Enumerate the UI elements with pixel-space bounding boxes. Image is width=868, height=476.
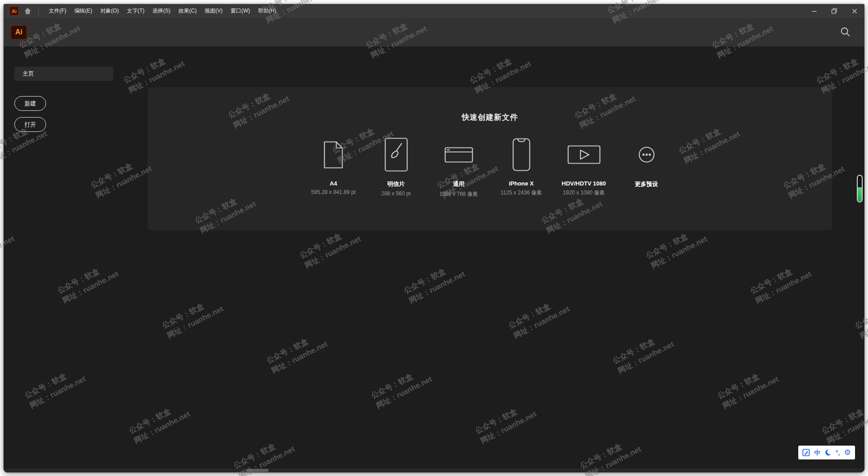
- close-button[interactable]: [844, 4, 864, 18]
- preset-size: 288 x 560 pt: [381, 190, 411, 197]
- screen-icon: [445, 135, 473, 174]
- ime-settings-gear-icon[interactable]: ⚙: [844, 449, 851, 456]
- horizontal-scrollbar[interactable]: [4, 468, 864, 472]
- illustrator-window: Ai 文件(F) 编辑(E) 对象(O) 文字(T) 选择(S) 效果(C) 视…: [4, 4, 864, 472]
- quick-create-title: 快速创建新文件: [148, 112, 832, 122]
- quick-create-panel: 快速创建新文件 A4 595.28 x 841.89 pt: [148, 87, 832, 230]
- restore-button[interactable]: [824, 4, 844, 18]
- ime-toolbar: 中 °, ⚙: [798, 446, 855, 459]
- preset-name: A4: [330, 180, 337, 187]
- open-file-button[interactable]: 打开: [14, 117, 46, 132]
- app-header: Ai: [4, 18, 864, 46]
- preset-name: 通用: [453, 180, 465, 188]
- preset-card-a4[interactable]: A4 595.28 x 841.89 pt: [306, 135, 361, 198]
- home-icon[interactable]: [24, 7, 32, 15]
- preset-name: iPhone X: [509, 180, 534, 187]
- home-screen: 主页 新建 打开 快速创建新文件 A4 595.28 x 841.89 pt: [4, 46, 864, 472]
- document-icon: [324, 135, 343, 174]
- sidebar-item-home[interactable]: 主页: [14, 67, 113, 81]
- new-file-button[interactable]: 新建: [14, 96, 46, 111]
- window-controls: [804, 4, 864, 18]
- phone-icon: [512, 135, 530, 174]
- menu-help[interactable]: 帮助(H): [254, 4, 280, 18]
- menu-select[interactable]: 选择(S): [148, 4, 174, 18]
- menu-effect[interactable]: 效果(C): [174, 4, 201, 18]
- search-icon[interactable]: [840, 27, 850, 38]
- preset-size: 595.28 x 841.89 pt: [311, 189, 356, 195]
- video-play-icon: [567, 135, 601, 174]
- postcard-brush-icon: [385, 135, 408, 174]
- more-ellipsis-icon: [638, 135, 655, 174]
- menu-file[interactable]: 文件(F): [45, 4, 70, 18]
- ime-input-indicator-icon[interactable]: [802, 449, 810, 456]
- app-taskbar-icon: Ai: [9, 6, 19, 16]
- minimize-button[interactable]: [804, 4, 824, 18]
- progress-pill-fill: [858, 187, 862, 202]
- titlebar: Ai 文件(F) 编辑(E) 对象(O) 文字(T) 选择(S) 效果(C) 视…: [4, 4, 864, 18]
- preset-name: 更多预设: [635, 180, 658, 188]
- ime-punctuation-icon[interactable]: °,: [836, 450, 840, 456]
- menu-bar: 文件(F) 编辑(E) 对象(O) 文字(T) 选择(S) 效果(C) 视图(V…: [45, 4, 280, 18]
- preset-card-hdtv[interactable]: HDV/HDTV 1080 1920 x 1080 像素: [557, 135, 611, 198]
- ime-chinese-mode-icon[interactable]: 中: [814, 450, 821, 456]
- preset-card-more[interactable]: 更多预设: [619, 135, 674, 198]
- menu-type[interactable]: 文字(T): [123, 4, 148, 18]
- menu-view[interactable]: 视图(V): [201, 4, 227, 18]
- preset-name: 明信片: [387, 180, 405, 188]
- ime-moon-icon[interactable]: [825, 449, 831, 456]
- preset-size: 1366 x 768 像素: [439, 190, 478, 198]
- menu-edit[interactable]: 编辑(E): [70, 4, 96, 18]
- titlebar-divider: [38, 8, 39, 15]
- horizontal-scrollbar-thumb[interactable]: [247, 469, 268, 472]
- preset-name: HDV/HDTV 1080: [562, 180, 606, 187]
- menu-window[interactable]: 窗口(W): [227, 4, 254, 18]
- illustrator-logo: Ai: [10, 25, 27, 40]
- preset-size: 1920 x 1080 像素: [563, 189, 605, 197]
- preset-card-common[interactable]: 通用 1366 x 768 像素: [432, 135, 486, 198]
- preset-size: 1125 x 2436 像素: [500, 189, 542, 197]
- preset-card-postcard[interactable]: 明信片 288 x 560 pt: [369, 135, 423, 198]
- menu-object[interactable]: 对象(O): [96, 4, 123, 18]
- preset-cards: A4 595.28 x 841.89 pt 明信片 288 x 560 pt: [148, 135, 832, 198]
- progress-pill-indicator: [857, 175, 863, 202]
- preset-card-iphone-x[interactable]: iPhone X 1125 x 2436 像素: [494, 135, 549, 198]
